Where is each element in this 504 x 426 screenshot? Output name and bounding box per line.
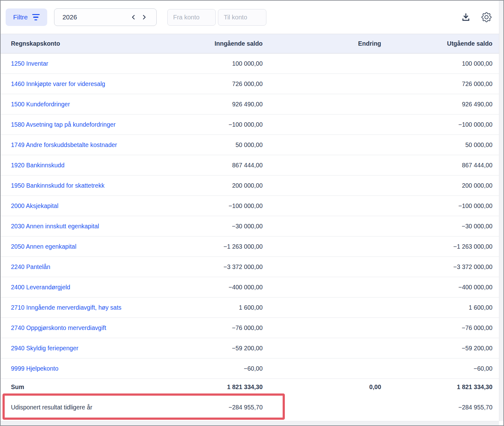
opening-balance-cell: 100 000,00 [151, 53, 263, 74]
table-body: 1250 Inventar 100 000,00 100 000,00 1460… [1, 53, 499, 379]
column-header-account: Regnskapskonto [1, 34, 151, 53]
account-link[interactable]: 2710 Inngående merverdiavgift, høy sats [11, 304, 121, 311]
sum-opening-balance: 1 821 334,30 [151, 383, 263, 391]
opening-balance-cell: 726 000,00 [151, 74, 263, 94]
closing-balance-cell: 50 000,00 [381, 135, 499, 155]
table-row: 1950 Bankinnskudd for skattetrekk 200 00… [1, 175, 499, 196]
table-row: 1749 Andre forskuddsbetalte kostnader 50… [1, 135, 499, 155]
change-cell [263, 277, 381, 297]
account-link[interactable]: 2740 Oppgjørskonto merverdiavgift [11, 324, 106, 331]
table-row: 2000 Aksjekapital −100 000,00 −100 000,0… [1, 196, 499, 216]
change-cell [263, 338, 381, 358]
opening-balance-cell: −60,00 [151, 358, 263, 379]
closing-balance-cell: 867 444,00 [381, 155, 499, 175]
account-link[interactable]: 1580 Avsetning tap på kundefordringer [11, 121, 116, 128]
toolbar: Filtre 2026 [1, 1, 499, 34]
opening-balance-cell: −30 000,00 [151, 216, 263, 236]
table-row: 1920 Bankinnskudd 867 444,00 867 444,00 [1, 155, 499, 175]
change-cell [263, 297, 381, 318]
table-row: 1250 Inventar 100 000,00 100 000,00 [1, 53, 499, 74]
balance-report-window: Filtre 2026 [0, 0, 504, 426]
settings-button[interactable] [480, 11, 493, 23]
closing-balance-cell: −60,00 [381, 358, 499, 379]
unallocated-closing-balance: −284 955,70 [381, 404, 499, 411]
from-account-input[interactable] [167, 9, 216, 26]
closing-balance-cell: 1 600,00 [381, 297, 499, 318]
gear-icon [481, 12, 491, 22]
account-link[interactable]: 2940 Skyldig feriepenger [11, 345, 78, 352]
account-link[interactable]: 9999 Hjelpekonto [11, 365, 58, 372]
change-cell [263, 257, 381, 277]
account-link[interactable]: 2000 Aksjekapital [11, 202, 58, 209]
balance-table: Regnskapskonto Inngående saldo Endring U… [1, 34, 499, 379]
opening-balance-cell: −400 000,00 [151, 277, 263, 297]
download-icon [461, 13, 471, 22]
closing-balance-cell: −400 000,00 [381, 277, 499, 297]
change-cell [263, 236, 381, 257]
closing-balance-cell: −3 372 000,00 [381, 257, 499, 277]
change-cell [263, 53, 381, 74]
sum-label: Sum [1, 383, 151, 391]
closing-balance-cell: −100 000,00 [381, 196, 499, 216]
closing-balance-cell: −1 263 000,00 [381, 236, 499, 257]
unallocated-opening-balance: −284 955,70 [151, 404, 263, 411]
table-row: 2710 Inngående merverdiavgift, høy sats … [1, 297, 499, 318]
column-header-opening-balance: Inngående saldo [151, 34, 263, 53]
closing-balance-cell: 726 000,00 [381, 74, 499, 94]
sum-closing-balance: 1 821 334,30 [381, 383, 499, 391]
sum-row: Sum 1 821 334,30 0,00 1 821 334,30 [1, 379, 499, 395]
column-header-change: Endring [263, 34, 381, 53]
change-cell [263, 94, 381, 114]
account-link[interactable]: 1749 Andre forskuddsbetalte kostnader [11, 141, 117, 148]
previous-year-button[interactable] [128, 12, 139, 23]
table-row: 2050 Annen egenkapital −1 263 000,00 −1 … [1, 236, 499, 257]
account-link[interactable]: 1460 Innkjøpte varer for videresalg [11, 80, 105, 87]
change-cell [263, 318, 381, 338]
account-link[interactable]: 2050 Annen egenkapital [11, 243, 76, 250]
next-year-button[interactable] [139, 12, 149, 23]
closing-balance-cell: −59 200,00 [381, 338, 499, 358]
opening-balance-cell: 1 600,00 [151, 297, 263, 318]
account-link[interactable]: 1500 Kundefordringer [11, 101, 70, 108]
table-row: 1460 Innkjøpte varer for videresalg 726 … [1, 74, 499, 94]
account-link[interactable]: 1920 Bankinnskudd [11, 162, 64, 169]
opening-balance-cell: −100 000,00 [151, 196, 263, 216]
vertical-scrollbar[interactable] [499, 1, 503, 421]
table-header: Regnskapskonto Inngående saldo Endring U… [1, 34, 499, 53]
table-row: 9999 Hjelpekonto −60,00 −60,00 [1, 358, 499, 379]
opening-balance-cell: 200 000,00 [151, 175, 263, 196]
account-link[interactable]: 2030 Annen innskutt egenkapital [11, 223, 99, 230]
chevron-right-icon [141, 14, 147, 20]
change-cell [263, 135, 381, 155]
opening-balance-cell: −3 372 000,00 [151, 257, 263, 277]
table-row: 2030 Annen innskutt egenkapital −30 000,… [1, 216, 499, 236]
table-row: 1500 Kundefordringer 926 490,00 926 490,… [1, 94, 499, 114]
content-area: Filtre 2026 [1, 1, 499, 421]
opening-balance-cell: −100 000,00 [151, 114, 263, 135]
opening-balance-cell: 926 490,00 [151, 94, 263, 114]
sum-change: 0,00 [263, 383, 381, 391]
table-row: 2740 Oppgjørskonto merverdiavgift −76 00… [1, 318, 499, 338]
opening-balance-cell: −1 263 000,00 [151, 236, 263, 257]
opening-balance-cell: −59 200,00 [151, 338, 263, 358]
closing-balance-cell: 100 000,00 [381, 53, 499, 74]
table-row: 2940 Skyldig feriepenger −59 200,00 −59 … [1, 338, 499, 358]
download-button[interactable] [460, 11, 472, 23]
filter-button-label: Filtre [13, 13, 28, 21]
unallocated-result-label: Udisponert resultat tidligere år [1, 404, 151, 411]
unallocated-result-row: Udisponert resultat tidligere år −284 95… [1, 395, 499, 419]
closing-balance-cell: 200 000,00 [381, 175, 499, 196]
table-row: 2240 Pantelån −3 372 000,00 −3 372 000,0… [1, 257, 499, 277]
closing-balance-cell: 926 490,00 [381, 94, 499, 114]
to-account-input[interactable] [218, 9, 266, 26]
chevron-left-icon [130, 14, 137, 20]
year-value[interactable]: 2026 [63, 13, 77, 21]
account-link[interactable]: 1250 Inventar [11, 60, 48, 67]
account-link[interactable]: 2400 Leverandørgjeld [11, 284, 70, 291]
horizontal-scrollbar[interactable] [1, 421, 499, 425]
table-footer: Sum 1 821 334,30 0,00 1 821 334,30 Udisp… [1, 379, 499, 419]
closing-balance-cell: −30 000,00 [381, 216, 499, 236]
account-link[interactable]: 2240 Pantelån [11, 263, 50, 270]
filter-button[interactable]: Filtre [6, 8, 47, 26]
account-link[interactable]: 1950 Bankinnskudd for skattetrekk [11, 182, 104, 189]
